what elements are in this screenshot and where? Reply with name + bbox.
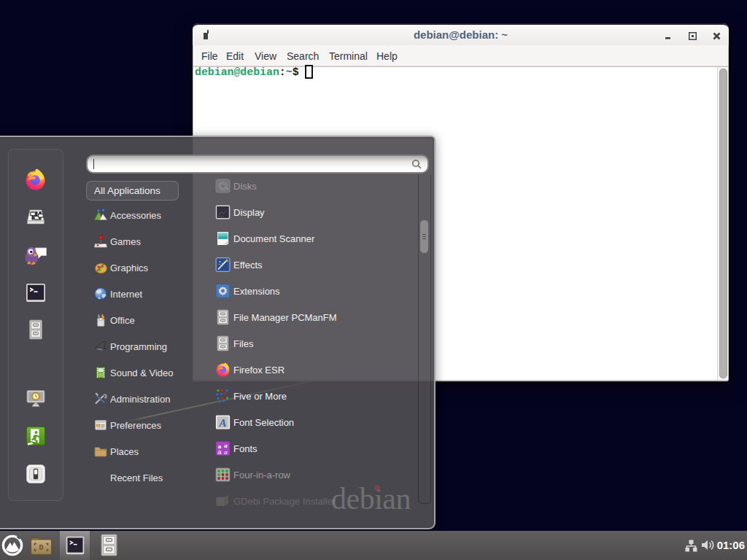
svg-text:a: a xyxy=(224,448,228,456)
svg-text:a: a xyxy=(217,448,221,456)
svg-text:A: A xyxy=(218,417,226,429)
svg-text:D: D xyxy=(39,544,43,552)
